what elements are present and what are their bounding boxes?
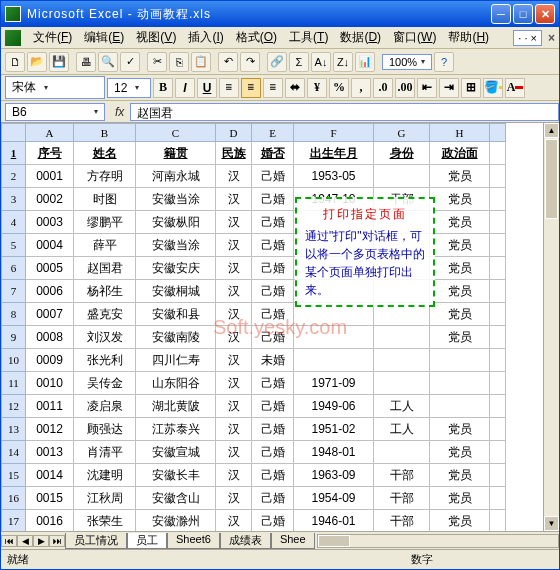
- cell-E12[interactable]: 己婚: [252, 395, 294, 418]
- name-box[interactable]: B6▾: [5, 103, 105, 121]
- cell-C12[interactable]: 湖北黄陂: [136, 395, 216, 418]
- font-color-button[interactable]: A: [505, 78, 525, 98]
- sheet-tab-1[interactable]: 员工: [127, 533, 167, 549]
- cell-C1[interactable]: 籍贯: [136, 142, 216, 165]
- menu-o[interactable]: 格式(O): [230, 27, 283, 48]
- maximize-button[interactable]: □: [513, 4, 533, 24]
- cell-D16[interactable]: 汉: [216, 487, 252, 510]
- comma-button[interactable]: ,: [351, 78, 371, 98]
- cell-D4[interactable]: 汉: [216, 211, 252, 234]
- col-header-D[interactable]: D: [216, 124, 252, 142]
- cell-B6[interactable]: 赵国君: [74, 257, 136, 280]
- cell-F13[interactable]: 1951-02: [294, 418, 374, 441]
- cell-C9[interactable]: 安徽南陵: [136, 326, 216, 349]
- col-header-A[interactable]: A: [26, 124, 74, 142]
- sheet-tab-4[interactable]: Shee: [271, 533, 315, 549]
- cell-H1[interactable]: 政治面: [430, 142, 490, 165]
- cell-E11[interactable]: 己婚: [252, 372, 294, 395]
- cell-H6[interactable]: 党员: [430, 257, 490, 280]
- cell-C5[interactable]: 安徽当涂: [136, 234, 216, 257]
- cell-C10[interactable]: 四川仁寿: [136, 349, 216, 372]
- borders-button[interactable]: ⊞: [461, 78, 481, 98]
- cell-A8[interactable]: 0007: [26, 303, 74, 326]
- cell-D8[interactable]: 汉: [216, 303, 252, 326]
- cell-C4[interactable]: 安徽枞阳: [136, 211, 216, 234]
- cell-F14[interactable]: 1948-01: [294, 441, 374, 464]
- cell-H13[interactable]: 党员: [430, 418, 490, 441]
- cell-D11[interactable]: 汉: [216, 372, 252, 395]
- cell-H5[interactable]: 党员: [430, 234, 490, 257]
- cell-F1[interactable]: 出生年月: [294, 142, 374, 165]
- cell-C16[interactable]: 安徽含山: [136, 487, 216, 510]
- row-header-7[interactable]: 7: [2, 280, 26, 303]
- cell-G17[interactable]: 干部: [374, 510, 430, 532]
- horizontal-scrollbar[interactable]: [317, 534, 559, 548]
- cell-C6[interactable]: 安徽安庆: [136, 257, 216, 280]
- cell-D15[interactable]: 汉: [216, 464, 252, 487]
- fill-color-button[interactable]: 🪣: [483, 78, 503, 98]
- cell-C14[interactable]: 安徽宣城: [136, 441, 216, 464]
- cell-B17[interactable]: 张荣生: [74, 510, 136, 532]
- cell-D5[interactable]: 汉: [216, 234, 252, 257]
- col-header-B[interactable]: B: [74, 124, 136, 142]
- preview-button[interactable]: 🔍: [98, 52, 118, 72]
- cell-E3[interactable]: 己婚: [252, 188, 294, 211]
- cell-A14[interactable]: 0013: [26, 441, 74, 464]
- sort-desc-button[interactable]: Z↓: [333, 52, 353, 72]
- row-header-11[interactable]: 11: [2, 372, 26, 395]
- align-right-button[interactable]: ≡: [263, 78, 283, 98]
- cell-B2[interactable]: 方存明: [74, 165, 136, 188]
- scroll-down-arrow[interactable]: ▼: [544, 516, 559, 531]
- cell-B12[interactable]: 凌启泉: [74, 395, 136, 418]
- spell-button[interactable]: ✓: [120, 52, 140, 72]
- cell-D2[interactable]: 汉: [216, 165, 252, 188]
- cell-G14[interactable]: [374, 441, 430, 464]
- cell-D10[interactable]: 汉: [216, 349, 252, 372]
- titlebar[interactable]: Microsoft Excel - 动画教程.xls ─ □ ✕: [1, 1, 559, 27]
- cell-D3[interactable]: 汉: [216, 188, 252, 211]
- row-header-12[interactable]: 12: [2, 395, 26, 418]
- menu-i[interactable]: 插入(I): [182, 27, 229, 48]
- cell-H4[interactable]: 党员: [430, 211, 490, 234]
- cell-D14[interactable]: 汉: [216, 441, 252, 464]
- menu-f[interactable]: 文件(F): [27, 27, 78, 48]
- cell-F2[interactable]: 1953-05: [294, 165, 374, 188]
- link-button[interactable]: 🔗: [267, 52, 287, 72]
- row-header-1[interactable]: 1: [2, 142, 26, 165]
- cell-B5[interactable]: 薛平: [74, 234, 136, 257]
- row-header-4[interactable]: 4: [2, 211, 26, 234]
- currency-button[interactable]: ¥: [307, 78, 327, 98]
- row-header-16[interactable]: 16: [2, 487, 26, 510]
- cell-D1[interactable]: 民族: [216, 142, 252, 165]
- cell-E6[interactable]: 己婚: [252, 257, 294, 280]
- cell-E16[interactable]: 己婚: [252, 487, 294, 510]
- cell-H10[interactable]: [430, 349, 490, 372]
- row-header-17[interactable]: 17: [2, 510, 26, 532]
- align-center-button[interactable]: ≡: [241, 78, 261, 98]
- undo-button[interactable]: ↶: [218, 52, 238, 72]
- menu-h[interactable]: 帮助(H): [442, 27, 495, 48]
- row-header-5[interactable]: 5: [2, 234, 26, 257]
- cell-G10[interactable]: [374, 349, 430, 372]
- cell-E10[interactable]: 未婚: [252, 349, 294, 372]
- cell-E17[interactable]: 己婚: [252, 510, 294, 532]
- menu-v[interactable]: 视图(V): [130, 27, 182, 48]
- cell-A5[interactable]: 0004: [26, 234, 74, 257]
- cell-H12[interactable]: [430, 395, 490, 418]
- cell-A3[interactable]: 0002: [26, 188, 74, 211]
- cell-C8[interactable]: 安徽和县: [136, 303, 216, 326]
- cell-A11[interactable]: 0010: [26, 372, 74, 395]
- cell-A6[interactable]: 0005: [26, 257, 74, 280]
- cell-A17[interactable]: 0016: [26, 510, 74, 532]
- sheet-tab-2[interactable]: Sheet6: [167, 533, 220, 549]
- row-header-3[interactable]: 3: [2, 188, 26, 211]
- row-header-2[interactable]: 2: [2, 165, 26, 188]
- cell-B16[interactable]: 江秋周: [74, 487, 136, 510]
- cell-F15[interactable]: 1963-09: [294, 464, 374, 487]
- cell-F12[interactable]: 1949-06: [294, 395, 374, 418]
- zoom-select[interactable]: 100%▾: [382, 54, 432, 70]
- percent-button[interactable]: %: [329, 78, 349, 98]
- row-header-6[interactable]: 6: [2, 257, 26, 280]
- scroll-up-arrow[interactable]: ▲: [544, 123, 559, 138]
- cell-F9[interactable]: [294, 326, 374, 349]
